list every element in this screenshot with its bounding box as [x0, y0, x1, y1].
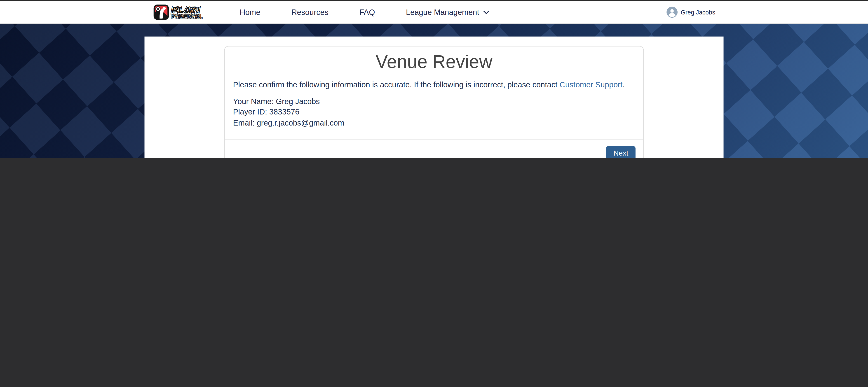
confirmation-text-end: . — [622, 80, 625, 89]
chevron-down-icon — [483, 10, 489, 14]
nav-item-league-management-label: League Management — [406, 8, 479, 17]
nav-item-resources-label: Resources — [291, 8, 329, 17]
venue-review-card: Venue Review Please confirm the followin… — [224, 46, 644, 158]
play-pokemon-logo[interactable]: PLAY! PLAY! POKÉMON. POKÉMON. — [153, 4, 221, 20]
confirmation-text-start: Please confirm the following information… — [233, 80, 560, 89]
next-button[interactable]: Next — [607, 146, 636, 158]
nav-links: Home Resources FAQ League Management — [240, 1, 489, 23]
play-pokemon-logo-graphic: PLAY! PLAY! POKÉMON. POKÉMON. — [153, 4, 221, 20]
user-menu[interactable]: Greg Jacobs — [666, 1, 715, 23]
venue-review-card-body: Venue Review Please confirm the followin… — [225, 46, 643, 139]
customer-support-link[interactable]: Customer Support — [560, 80, 622, 89]
nav-item-home[interactable]: Home — [240, 8, 260, 17]
page: PLAY! PLAY! POKÉMON. POKÉMON. Home Resou… — [0, 0, 868, 158]
nav-item-faq[interactable]: FAQ — [360, 8, 375, 17]
player-email-line: Email: greg.r.jacobs@gmail.com — [233, 118, 635, 128]
player-name-line: Your Name: Greg Jacobs — [233, 96, 635, 107]
user-name: Greg Jacobs — [681, 9, 715, 15]
logo-pokemon-text: POKÉMON. — [171, 13, 203, 20]
nav-item-faq-label: FAQ — [360, 8, 375, 17]
venue-review-card-footer: Next — [225, 139, 643, 158]
confirmation-text: Please confirm the following information… — [233, 80, 635, 91]
nav-item-home-label: Home — [240, 8, 260, 17]
top-navigation-bar: PLAY! PLAY! POKÉMON. POKÉMON. Home Resou… — [0, 1, 868, 24]
nav-item-resources[interactable]: Resources — [291, 8, 329, 17]
page-title: Venue Review — [233, 52, 635, 73]
player-id-line: Player ID: 3833576 — [233, 107, 635, 118]
main-content-area: Venue Review Please confirm the followin… — [0, 24, 868, 158]
user-avatar-icon — [666, 6, 677, 18]
nav-item-league-management[interactable]: League Management — [406, 8, 489, 17]
content-panel: Venue Review Please confirm the followin… — [145, 37, 724, 158]
